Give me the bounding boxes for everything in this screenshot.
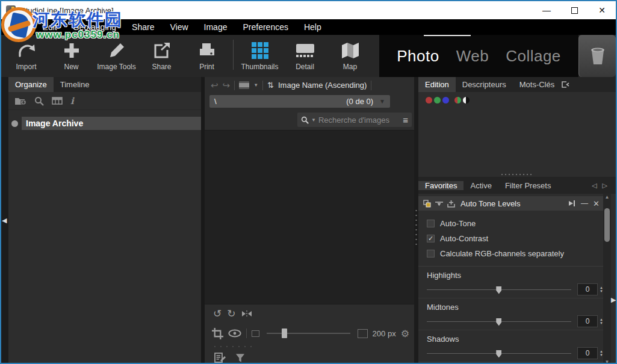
panel-minimize-icon[interactable]: —: [581, 199, 588, 208]
green-channel-dot[interactable]: [434, 97, 441, 103]
image-search-box[interactable]: ▼ ≡: [297, 113, 412, 127]
print-button[interactable]: Print: [184, 35, 229, 77]
search-input[interactable]: [318, 116, 400, 125]
menu-edit[interactable]: Edit: [43, 22, 57, 32]
menu-image[interactable]: Image: [204, 22, 228, 32]
mode-collage[interactable]: Collage: [506, 47, 561, 66]
black-white-split-dot[interactable]: [463, 97, 470, 103]
scroll-down-icon[interactable]: ▼: [605, 359, 610, 364]
apply-panel-icon[interactable]: [568, 200, 576, 207]
tab-timeline[interactable]: Timeline: [54, 77, 96, 92]
thumbnail-area[interactable]: [205, 130, 414, 304]
shadows-slider-thumb[interactable]: [496, 350, 501, 358]
table-view-icon[interactable]: [52, 97, 63, 105]
menu-preferences[interactable]: Preferences: [243, 22, 288, 32]
tree-item-image-archive[interactable]: Image Archive: [8, 117, 201, 130]
panel-close-icon[interactable]: ✕: [593, 199, 600, 208]
zoom-settings-gear-icon[interactable]: ⚙: [401, 328, 409, 339]
tab-favorites[interactable]: Favorites: [418, 181, 464, 190]
collapse-right-icon[interactable]: ▶: [611, 296, 616, 304]
path-dropdown-icon[interactable]: ▼: [379, 98, 385, 105]
trash-dropzone[interactable]: [578, 35, 616, 77]
search-options-dropdown-icon[interactable]: ▼: [311, 117, 316, 123]
edit-descriptors-icon[interactable]: [214, 353, 226, 363]
preset-nav-prev-icon[interactable]: ◁: [592, 182, 597, 190]
image-tools-button[interactable]: Image Tools: [94, 35, 139, 77]
red-channel-dot[interactable]: [426, 97, 432, 103]
scrollbar-thumb[interactable]: [604, 208, 610, 242]
new-button[interactable]: New: [49, 35, 94, 77]
panel-splitter[interactable]: [414, 77, 418, 363]
compare-icon[interactable]: [241, 310, 252, 318]
zoom-slider-thumb[interactable]: [282, 329, 287, 338]
mode-web[interactable]: Web: [456, 47, 489, 66]
view-mode-dropdown-icon[interactable]: ▼: [253, 82, 258, 88]
checkbox-rgb-separately[interactable]: Calculate RGB-channels separately: [427, 246, 603, 261]
path-bar[interactable]: \ (0 de 0) ▼: [209, 95, 390, 108]
tab-filter-presets[interactable]: Filter Presets: [498, 181, 558, 190]
highlights-slider-thumb[interactable]: [496, 286, 501, 294]
highlights-slider[interactable]: [427, 289, 571, 290]
undock-panel-icon[interactable]: [561, 81, 569, 88]
splitter-grip[interactable]: [415, 208, 417, 248]
forward-icon[interactable]: ↪: [223, 80, 231, 91]
detail-view-button[interactable]: Detail: [282, 35, 327, 77]
info-icon[interactable]: i: [70, 96, 74, 106]
zoom-out-icon[interactable]: [252, 330, 259, 337]
shadows-slider[interactable]: [427, 353, 571, 354]
section-grip[interactable]: [500, 173, 534, 176]
auto-contrast-checkbox[interactable]: ✓: [427, 235, 435, 242]
minimize-button[interactable]: —: [533, 1, 560, 19]
sort-direction-icon[interactable]: ⇅: [267, 81, 274, 90]
zoom-in-icon[interactable]: [358, 329, 368, 338]
midtones-slider[interactable]: [427, 321, 571, 322]
filter-funnel-icon[interactable]: [235, 353, 245, 363]
tab-active[interactable]: Active: [464, 181, 498, 190]
red-green-split-dot[interactable]: [454, 97, 461, 103]
save-preset-icon[interactable]: [447, 200, 455, 208]
crop-icon[interactable]: [212, 328, 223, 339]
map-view-button[interactable]: Map: [327, 35, 373, 77]
mode-photo[interactable]: Photo: [397, 47, 439, 66]
menu-geotagging[interactable]: Geotagging: [73, 22, 116, 32]
search-menu-icon[interactable]: ≡: [403, 115, 408, 125]
menu-view[interactable]: View: [170, 22, 188, 32]
rgb-separately-checkbox[interactable]: [427, 250, 435, 258]
left-collapse-strip[interactable]: ◀: [1, 77, 8, 363]
import-button[interactable]: Import: [4, 35, 49, 77]
thumbnails-view-button[interactable]: Thumbnails: [237, 35, 282, 77]
redo-icon[interactable]: ↻: [227, 307, 235, 320]
auto-tone-checkbox[interactable]: [427, 220, 435, 227]
tab-descripteurs[interactable]: Descripteurs: [456, 77, 513, 92]
new-folder-icon[interactable]: [14, 96, 26, 105]
undo-icon[interactable]: ↺: [213, 307, 222, 320]
copy-settings-icon[interactable]: [423, 200, 431, 208]
highlights-value[interactable]: 0: [577, 283, 598, 295]
tab-organize[interactable]: Organize: [8, 77, 54, 92]
midtones-slider-thumb[interactable]: [496, 318, 501, 326]
sort-order-label[interactable]: Image Name (Ascending): [278, 81, 367, 90]
tone-adjust-icon[interactable]: [435, 200, 444, 207]
preset-nav-next-icon[interactable]: ▷: [603, 182, 607, 190]
checkbox-auto-tone[interactable]: Auto-Tone: [427, 216, 603, 231]
collapse-left-icon[interactable]: ◀: [2, 217, 7, 224]
zoom-slider[interactable]: [267, 333, 350, 334]
midtones-value[interactable]: 0: [577, 315, 598, 327]
checkbox-auto-contrast[interactable]: ✓ Auto-Contrast: [427, 231, 603, 246]
maximize-button[interactable]: [560, 1, 588, 19]
back-icon[interactable]: ↩: [211, 80, 219, 91]
tab-mots-cles[interactable]: Mots-Clés: [513, 77, 562, 92]
menu-file[interactable]: File: [13, 22, 27, 32]
share-button[interactable]: Share: [139, 35, 184, 77]
blue-channel-dot[interactable]: [442, 97, 449, 103]
shadows-value[interactable]: 0: [577, 347, 598, 359]
view-mode-icon[interactable]: [239, 81, 249, 89]
scroll-up-icon[interactable]: ▲: [605, 194, 610, 200]
search-folder-icon[interactable]: [34, 96, 44, 106]
presets-scrollbar[interactable]: ▲ ▼: [603, 194, 611, 364]
tab-edition[interactable]: Edition: [418, 77, 456, 92]
close-button[interactable]: ✕: [588, 1, 616, 19]
menu-help[interactable]: Help: [304, 22, 321, 32]
preview-eye-icon[interactable]: [228, 329, 241, 338]
menu-share[interactable]: Share: [132, 22, 154, 32]
